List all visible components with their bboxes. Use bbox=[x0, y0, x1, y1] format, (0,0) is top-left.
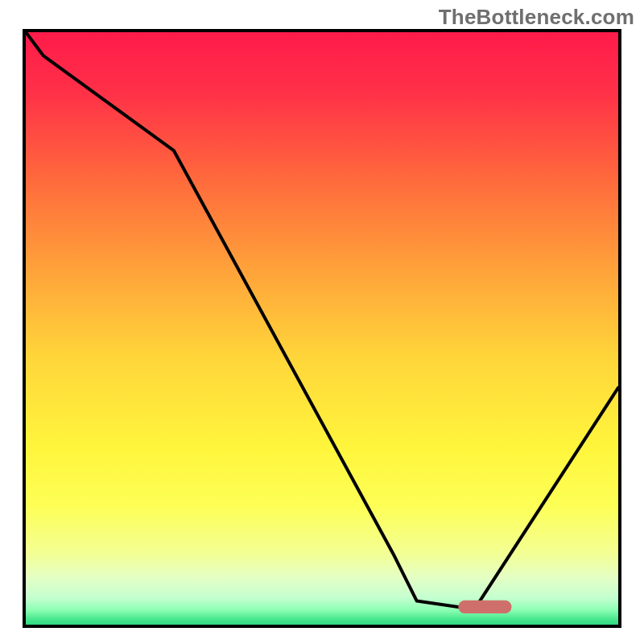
chart-container: TheBottleneck.com bbox=[0, 0, 644, 644]
plot-overlay bbox=[26, 32, 618, 625]
marker-pill bbox=[458, 601, 511, 613]
curve-line bbox=[26, 32, 618, 607]
watermark-text: TheBottleneck.com bbox=[439, 5, 634, 30]
plot-frame bbox=[23, 29, 621, 628]
